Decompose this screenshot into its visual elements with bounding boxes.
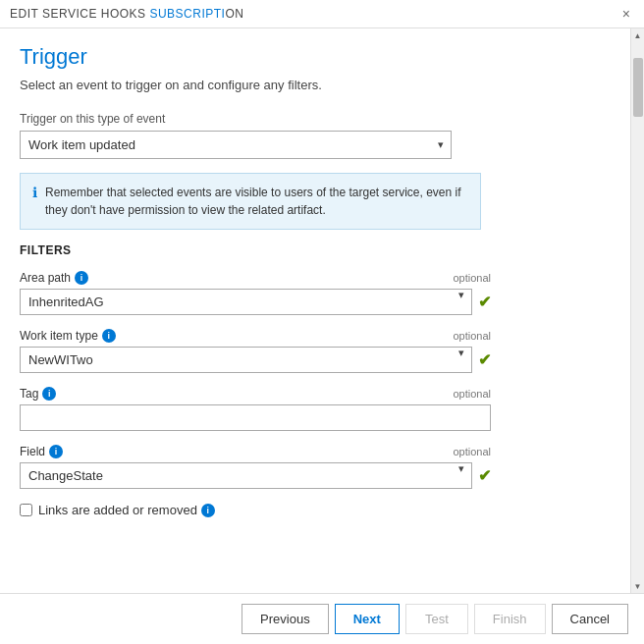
info-box-text: Remember that selected events are visibl… — [45, 184, 468, 219]
tag-filter: Tag i optional — [20, 387, 611, 431]
content-area: Trigger Select an event to trigger on an… — [0, 28, 630, 593]
area-path-select-row: InhenritedAG ▾ ✔ — [20, 289, 491, 315]
field-select-wrapper: ChangeState ▾ — [20, 462, 472, 489]
scrollbar-up-arrow[interactable]: ▲ — [631, 28, 645, 42]
area-path-checkmark: ✔ — [478, 293, 491, 311]
footer: Previous Next Test Finish Cancel — [0, 593, 644, 644]
title-bar: EDIT SERVICE HOOKS SUBSCRIPTION × — [0, 0, 644, 28]
previous-button[interactable]: Previous — [242, 604, 329, 634]
field-optional: optional — [453, 446, 491, 457]
links-info-icon[interactable]: i — [201, 504, 215, 517]
info-box-icon: ℹ — [32, 185, 37, 219]
title-highlight: SUBSCRIPTI — [149, 7, 225, 21]
work-item-type-select-row: NewWITwo ▾ ✔ — [20, 347, 491, 373]
field-checkmark: ✔ — [478, 466, 491, 485]
tag-label: Tag i — [20, 387, 56, 401]
field-label-row: Field i optional — [20, 445, 491, 458]
work-item-type-filter: Work item type i optional NewWITwo ▾ ✔ — [20, 329, 611, 373]
finish-button: Finish — [474, 604, 546, 634]
cancel-button[interactable]: Cancel — [552, 604, 628, 634]
field-info-icon[interactable]: i — [49, 445, 63, 458]
trigger-select[interactable]: Work item updated — [20, 131, 452, 159]
work-item-type-info-icon[interactable]: i — [102, 329, 116, 343]
links-checkbox-row: Links are added or removed i — [20, 503, 611, 517]
work-item-type-optional: optional — [453, 330, 491, 342]
trigger-label: Trigger on this type of event — [20, 112, 611, 126]
tag-optional: optional — [453, 388, 491, 400]
tag-input[interactable] — [20, 404, 491, 431]
area-path-filter: Area path i optional InhenritedAG ▾ ✔ — [20, 271, 611, 315]
info-box: ℹ Remember that selected events are visi… — [20, 173, 481, 230]
work-item-type-checkmark: ✔ — [478, 350, 491, 369]
field-filter: Field i optional ChangeState ▾ ✔ — [20, 445, 611, 489]
scrollbar-down-arrow[interactable]: ▼ — [631, 579, 645, 593]
area-path-label: Area path i — [20, 271, 88, 285]
area-path-select-wrapper: InhenritedAG ▾ — [20, 289, 472, 315]
area-path-info-icon[interactable]: i — [75, 271, 88, 285]
work-item-type-select[interactable]: NewWITwo — [20, 347, 472, 373]
tag-info-icon[interactable]: i — [42, 387, 56, 401]
page-title: Trigger — [20, 44, 611, 70]
links-checkbox-label[interactable]: Links are added or removed i — [38, 503, 215, 517]
main-wrapper: Trigger Select an event to trigger on an… — [0, 28, 644, 593]
area-path-optional: optional — [453, 272, 491, 284]
tag-input-row — [20, 404, 491, 431]
work-item-type-label: Work item type i — [20, 329, 116, 343]
work-item-type-select-wrapper: NewWITwo ▾ — [20, 347, 472, 373]
scrollbar: ▲ ▼ — [630, 28, 644, 593]
field-select[interactable]: ChangeState — [20, 462, 472, 489]
area-path-label-row: Area path i optional — [20, 271, 491, 285]
field-select-row: ChangeState ▾ ✔ — [20, 462, 491, 489]
trigger-select-wrapper: Work item updated ▾ — [20, 131, 452, 159]
filters-heading: FILTERS — [20, 243, 611, 257]
page-subtitle: Select an event to trigger on and config… — [20, 78, 611, 92]
close-button[interactable]: × — [618, 6, 634, 22]
test-button: Test — [405, 604, 468, 634]
scrollbar-thumb[interactable] — [633, 58, 643, 117]
field-label: Field i — [20, 445, 63, 458]
links-checkbox[interactable] — [20, 504, 32, 516]
area-path-select[interactable]: InhenritedAG — [20, 289, 472, 315]
next-button[interactable]: Next — [335, 604, 400, 634]
tag-label-row: Tag i optional — [20, 387, 491, 401]
work-item-type-label-row: Work item type i optional — [20, 329, 491, 343]
title-bar-text: EDIT SERVICE HOOKS SUBSCRIPTION — [10, 7, 243, 21]
